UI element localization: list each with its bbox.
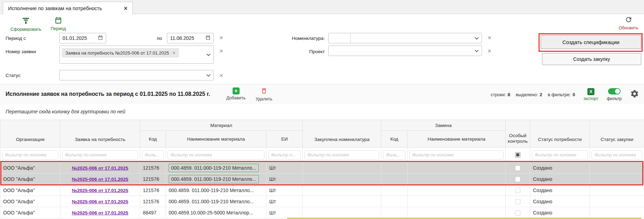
request-number-combobox[interactable]: Заявка на потребность №2025-006 от 17.01…: [59, 45, 214, 64]
create-purchase-button[interactable]: Создать закупку: [542, 53, 641, 65]
request-link[interactable]: №2025-006 от 17.01.2025: [72, 188, 129, 193]
special-control-filter-checkbox[interactable]: [515, 152, 520, 157]
filter-toggle[interactable]: фильтр: [607, 88, 622, 101]
cell-repl-material: [408, 174, 506, 185]
calendar-icon[interactable]: [98, 35, 103, 41]
table-row[interactable]: ООО "Альфа" №2025-006 от 17.01.2025 1215…: [0, 196, 644, 207]
calendar-icon[interactable]: [205, 35, 211, 41]
nomenclature-label: Номенклатура:: [281, 36, 325, 41]
column-filter-purchase-status[interactable]: [592, 150, 642, 160]
period-from-label: Период с: [6, 36, 26, 41]
request-link[interactable]: №2025-006 от 17.01.2025: [72, 177, 129, 182]
chevron-down-icon[interactable]: [475, 48, 479, 54]
special-control-checkbox[interactable]: [515, 210, 520, 216]
cell-material: 000.4859. 011.000-119-210 Металло...: [166, 162, 266, 174]
grid-header-band: Исполнение заявок на потребность за пери…: [0, 84, 644, 104]
export-button[interactable]: X экспорт: [584, 88, 599, 101]
cell-repl-material: [408, 207, 506, 218]
clear-request-icon[interactable]: ×: [219, 48, 223, 54]
column-filter-request[interactable]: [62, 150, 138, 160]
col-header-material-name[interactable]: Наименование материала: [166, 131, 266, 148]
special-control-checkbox[interactable]: [515, 199, 520, 204]
cell-special-control: [506, 196, 530, 207]
generate-button[interactable]: Сформировать: [10, 16, 41, 32]
project-combobox[interactable]: [328, 45, 482, 56]
chevron-down-icon[interactable]: [206, 72, 211, 78]
period-to-label: по: [157, 36, 162, 41]
cell-material: 000.4859.10.000-25-5000 Металлор...: [166, 207, 266, 218]
drag-hint-text: Перетащите сюда колонку для группировки …: [6, 109, 125, 114]
status-combobox[interactable]: [59, 70, 214, 80]
group-by-drop-zone[interactable]: Перетащите сюда колонку для группировки …: [0, 104, 644, 120]
col-header-code[interactable]: Код: [140, 131, 166, 148]
period-label: Период: [51, 26, 66, 31]
clear-nomenclature-icon[interactable]: ×: [488, 34, 491, 41]
combobox-divider: [350, 33, 351, 43]
table-row[interactable]: ООО "Альфа" №2025-006 от 17.01.2025 1215…: [0, 185, 644, 196]
gear-icon: [630, 89, 639, 100]
request-link[interactable]: №2025-006 от 17.01.2025: [72, 165, 129, 171]
app-window: Исполнение по заявкам на потребность × С…: [0, 0, 644, 219]
refresh-button[interactable]: Обновить: [619, 16, 638, 30]
chip-remove-icon[interactable]: ×: [173, 50, 175, 55]
col-header-purchase-status[interactable]: Статус закупки: [590, 120, 644, 148]
cell-purchase-status: [590, 162, 644, 174]
cell-unit: Шт: [266, 185, 303, 196]
clear-period-icon[interactable]: ×: [219, 34, 223, 41]
cell-repl-code: [381, 185, 408, 196]
column-filter-code[interactable]: [142, 150, 164, 160]
cell-special-control: [506, 207, 530, 218]
toggle-switch-icon[interactable]: [608, 88, 621, 94]
column-filter-need-status[interactable]: [532, 150, 588, 160]
cell-purchased: [303, 196, 381, 207]
col-header-purchased[interactable]: Закуплена номенклатура: [303, 120, 381, 148]
tab-close-icon[interactable]: ×: [124, 5, 127, 12]
col-header-need-status[interactable]: Статус потребности: [530, 120, 590, 148]
clear-project-icon[interactable]: ×: [488, 48, 491, 54]
period-from-input[interactable]: 01.01.2025: [59, 33, 106, 43]
cell-purchased: [303, 185, 381, 196]
column-filter-purchased[interactable]: [305, 150, 379, 160]
period-to-input[interactable]: 11.08.2025: [167, 33, 214, 43]
settings-button[interactable]: [630, 89, 639, 100]
special-control-checkbox[interactable]: [515, 188, 520, 193]
cell-repl-material: [408, 185, 506, 196]
delete-row-button[interactable]: Удалить: [256, 87, 272, 101]
grid-title: Исполнение заявок на потребность за пери…: [6, 91, 210, 97]
filters-panel: Период с 01.01.2025 по 11.08.2025 × Номе…: [0, 31, 644, 84]
nomenclature-combobox[interactable]: [328, 33, 482, 43]
chevron-down-icon[interactable]: [206, 51, 211, 58]
column-filter-repl-material[interactable]: [409, 150, 504, 160]
cell-unit: Шт: [266, 162, 303, 174]
chevron-down-icon[interactable]: [475, 35, 479, 41]
column-filter-org[interactable]: [2, 150, 58, 160]
col-header-repl-material-name[interactable]: Наименование материала: [408, 131, 506, 148]
column-filter-material[interactable]: [168, 150, 264, 160]
table-row-selected[interactable]: ООО "Альфа" №2025-006 от 17.01.2025 1215…: [0, 174, 644, 185]
table-row[interactable]: ООО "Альфа" №2025-006 от 17.01.2025 8849…: [0, 207, 644, 218]
cell-org: ООО "Альфа": [0, 196, 60, 207]
col-header-repl-code[interactable]: Код: [381, 131, 408, 148]
cell-request: №2025-006 от 17.01.2025: [60, 196, 140, 207]
column-filter-unit[interactable]: [268, 150, 301, 160]
request-link[interactable]: №2025-006 от 17.01.2025: [72, 199, 129, 204]
col-header-unit[interactable]: ЕИ: [266, 131, 303, 148]
stat-in-filter: в фильтре:0: [548, 92, 575, 97]
create-specifications-button[interactable]: Создать спецификации: [541, 35, 641, 49]
request-link[interactable]: №2025-006 от 17.01.2025: [72, 210, 129, 216]
period-button[interactable]: Период: [51, 16, 66, 31]
tab-execution-requests[interactable]: Исполнение по заявкам на потребность ×: [3, 2, 133, 14]
special-control-checkbox[interactable]: [515, 177, 520, 182]
cell-purchase-status: [590, 196, 644, 207]
table-row-selected[interactable]: ООО "Альфа" №2025-006 от 17.01.2025 1215…: [0, 162, 644, 174]
col-header-org[interactable]: Организация: [0, 120, 60, 148]
column-filter-repl-code[interactable]: [383, 150, 405, 160]
col-header-request[interactable]: Заявка на потребность: [60, 120, 140, 148]
group-header-material: Материал: [140, 120, 303, 131]
add-row-button[interactable]: + Добавить: [226, 87, 246, 100]
refresh-label: Обновить: [619, 26, 638, 30]
clear-status-icon[interactable]: ×: [219, 72, 223, 79]
col-header-special-control[interactable]: Особый контроль: [506, 120, 530, 148]
special-control-checkbox[interactable]: [515, 165, 520, 171]
excel-export-icon: X: [587, 88, 594, 95]
